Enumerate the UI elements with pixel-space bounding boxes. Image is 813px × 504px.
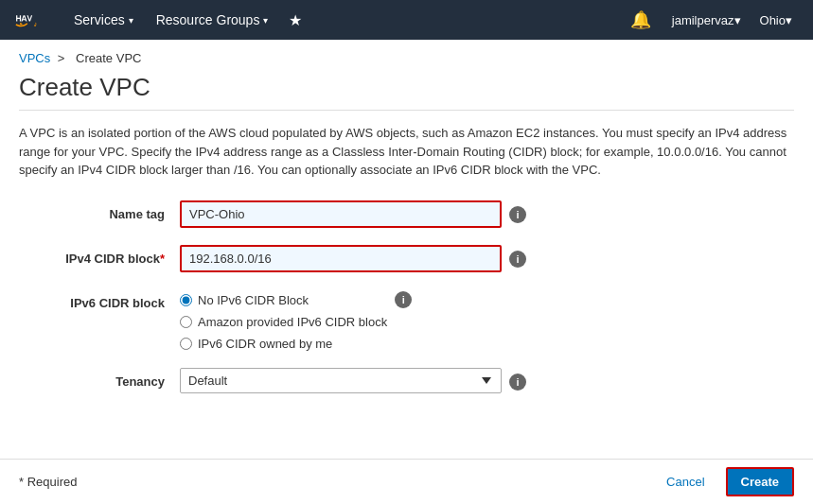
region-menu[interactable]: Ohio ▾	[751, 13, 802, 27]
ipv6-field: No IPv6 CIDR Block Amazon provided IPv6 …	[180, 289, 794, 351]
ipv6-radio-none[interactable]	[180, 294, 192, 306]
cancel-button[interactable]: Cancel	[657, 469, 714, 495]
user-chevron: ▾	[734, 13, 741, 27]
star-icon: ★	[289, 12, 302, 28]
ipv6-label: IPv6 CIDR block	[19, 289, 180, 310]
ipv4-cidr-input[interactable]	[180, 245, 502, 272]
region-chevron: ▾	[786, 13, 792, 27]
ipv6-radio-group: No IPv6 CIDR Block Amazon provided IPv6 …	[180, 289, 387, 351]
name-tag-input[interactable]	[180, 200, 502, 228]
resource-groups-nav[interactable]: Resource Groups ▾	[145, 0, 280, 40]
user-menu[interactable]: jamilpervaz ▾	[663, 13, 751, 27]
tenancy-info-icon[interactable]: i	[509, 374, 526, 391]
breadcrumb-separator: >	[58, 51, 65, 65]
ipv4-cidr-row: IPv4 CIDR block* i	[19, 245, 794, 272]
breadcrumb: VPCs > Create VPC	[0, 40, 813, 69]
page-content: Create VPC A VPC is an isolated portion …	[0, 69, 813, 429]
tenancy-label: Tenancy	[19, 368, 180, 389]
ipv4-field: i	[180, 245, 794, 272]
name-tag-row: Name tag i	[19, 200, 794, 228]
breadcrumb-vpcs-link[interactable]: VPCs	[19, 51, 50, 65]
ipv4-info-icon[interactable]: i	[509, 251, 526, 268]
ipv6-radio-owned[interactable]	[180, 338, 192, 350]
ipv6-cidr-row: IPv6 CIDR block No IPv6 CIDR Block Amazo…	[19, 289, 794, 351]
name-tag-label: Name tag	[19, 200, 180, 221]
page-description: A VPC is an isolated portion of the AWS …	[19, 124, 794, 180]
ipv6-option-owned[interactable]: IPv6 CIDR owned by me	[180, 337, 387, 351]
required-note: * Required	[19, 475, 77, 489]
name-tag-field: i	[180, 200, 794, 228]
tenancy-select[interactable]: Default Dedicated Host	[180, 368, 502, 393]
ipv6-option-none[interactable]: No IPv6 CIDR Block	[180, 293, 387, 307]
ipv6-option-amazon[interactable]: Amazon provided IPv6 CIDR block	[180, 315, 387, 329]
username-label: jamilpervaz	[672, 13, 734, 27]
services-nav[interactable]: Services ▾	[62, 0, 145, 40]
breadcrumb-current: Create VPC	[76, 51, 141, 65]
page-footer: * Required Cancel Create	[0, 459, 813, 504]
region-label: Ohio	[760, 13, 786, 27]
tenancy-row: Tenancy Default Dedicated Host i	[19, 368, 794, 393]
ipv6-option-owned-label: IPv6 CIDR owned by me	[198, 337, 332, 351]
services-chevron: ▾	[129, 15, 133, 26]
tenancy-field: Default Dedicated Host i	[180, 368, 794, 393]
favorites-star[interactable]: ★	[279, 11, 311, 29]
resource-groups-chevron: ▾	[263, 15, 268, 26]
footer-buttons: Cancel Create	[657, 467, 794, 496]
ipv4-label: IPv4 CIDR block*	[19, 245, 180, 266]
ipv6-option-amazon-label: Amazon provided IPv6 CIDR block	[198, 315, 387, 329]
resource-groups-label: Resource Groups	[156, 12, 260, 27]
page-title: Create VPC	[19, 73, 794, 111]
services-label: Services	[74, 12, 125, 27]
name-tag-info-icon[interactable]: i	[509, 206, 526, 223]
navbar: Services ▾ Resource Groups ▾ ★ 🔔 jamilpe…	[0, 0, 813, 40]
create-button[interactable]: Create	[726, 467, 794, 496]
aws-logo[interactable]	[11, 9, 47, 31]
ipv6-option-none-label: No IPv6 CIDR Block	[198, 293, 309, 307]
nav-right-section: 🔔 jamilpervaz ▾ Ohio ▾	[619, 9, 802, 30]
ipv6-info-icon[interactable]: i	[395, 291, 412, 308]
notifications-bell[interactable]: 🔔	[619, 9, 663, 30]
ipv6-radio-amazon[interactable]	[180, 316, 192, 328]
ipv4-required-star: *	[160, 252, 165, 266]
